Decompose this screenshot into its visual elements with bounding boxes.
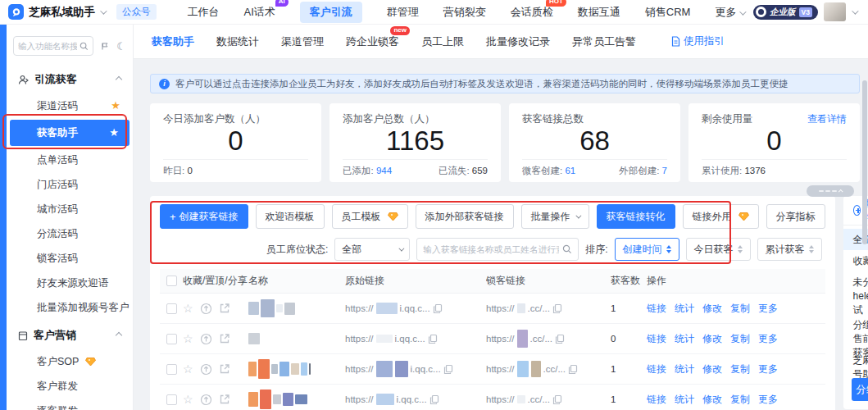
action-more[interactable]: 更多 xyxy=(758,393,778,407)
pin-top-icon[interactable] xyxy=(200,303,212,315)
sidebar-item-acquisition-assistant[interactable]: 获客助手 ★ xyxy=(10,120,130,146)
copy-icon[interactable] xyxy=(568,364,578,375)
share-external-icon[interactable] xyxy=(219,394,230,405)
sidebar-item-channel-qrcode[interactable]: 渠道活码 ★ xyxy=(7,93,133,118)
tab-data-statistics[interactable]: 数据统计 xyxy=(216,34,259,49)
pin-top-icon[interactable] xyxy=(200,333,212,345)
copy-icon[interactable] xyxy=(428,334,438,344)
action-statistics[interactable]: 统计 xyxy=(675,362,694,376)
add-external-link-button[interactable]: 添加外部获客链接 xyxy=(416,204,514,229)
row-checkbox[interactable] xyxy=(166,394,177,405)
favorite-star-icon[interactable]: ☆ xyxy=(183,333,193,344)
sidebar-item-customer-sop[interactable]: 客户SOP xyxy=(7,349,133,374)
sidebar-item-store-qrcode[interactable]: 门店活码 xyxy=(7,172,133,197)
favorite-star-icon[interactable]: ☆ xyxy=(183,394,193,405)
tab-staff-limit[interactable]: 员工上限 xyxy=(421,34,464,49)
action-copy[interactable]: 复制 xyxy=(730,362,750,376)
share-metrics-button[interactable]: 分享指标 xyxy=(766,204,825,229)
favorite-star-icon[interactable]: ★ xyxy=(109,120,119,146)
sidebar-item-batch-add-video-customers[interactable]: 批量添加视频号客户 xyxy=(7,295,133,320)
group-manage-button[interactable]: 分组管理 xyxy=(852,378,868,401)
sidebar-item-friend-source-welcome[interactable]: 好友来源欢迎语 xyxy=(7,271,133,295)
select-all-checkbox[interactable] xyxy=(166,276,177,286)
nav-item-customer-acquisition[interactable]: 客户引流 xyxy=(300,2,362,23)
copy-icon[interactable] xyxy=(429,394,439,405)
pin-top-icon[interactable] xyxy=(200,363,212,376)
action-more[interactable]: 更多 xyxy=(758,302,778,316)
nav-item-sales-crm[interactable]: 销售CRM xyxy=(645,5,691,20)
share-external-icon[interactable] xyxy=(219,333,230,344)
action-link[interactable]: 链接 xyxy=(647,362,666,376)
sidebar-item-lock-qrcode[interactable]: 锁客活码 xyxy=(7,246,133,271)
sidebar-item-split-qrcode[interactable]: 分流活码 xyxy=(7,221,133,246)
sort-by-total-acquired[interactable]: 累计获客 xyxy=(757,238,822,261)
favorite-star-icon[interactable]: ☆ xyxy=(183,363,193,375)
sidebar-section-acquisition[interactable]: 引流获客 xyxy=(7,64,133,93)
view-details-link[interactable]: 查看详情 xyxy=(807,112,847,126)
action-copy[interactable]: 复制 xyxy=(730,302,750,316)
action-statistics[interactable]: 统计 xyxy=(675,302,694,316)
nav-item-more[interactable]: 更多 xyxy=(715,5,744,20)
sort-by-create-time[interactable]: 创建时间 xyxy=(615,238,679,261)
row-checkbox[interactable] xyxy=(166,364,177,375)
copy-icon[interactable] xyxy=(555,334,565,344)
favorite-star-icon[interactable]: ★ xyxy=(111,93,120,118)
nav-item-marketing-fission[interactable]: 营销裂变 xyxy=(443,5,486,20)
share-external-icon[interactable] xyxy=(219,303,230,314)
welcome-template-button[interactable]: 欢迎语模板 xyxy=(256,204,325,229)
dark-mode-moon-icon[interactable]: ☾ xyxy=(116,41,126,52)
action-statistics[interactable]: 统计 xyxy=(675,393,694,407)
staff-template-button[interactable]: 员工模板 xyxy=(332,204,408,229)
action-statistics[interactable]: 统计 xyxy=(675,332,694,346)
nav-item-ai-script[interactable]: AI话术AI xyxy=(244,5,275,20)
action-link[interactable]: 链接 xyxy=(647,332,666,346)
sidebar-search-input[interactable] xyxy=(18,41,77,51)
group-item-favorites[interactable]: 收藏2 xyxy=(843,250,868,271)
nav-item-workbench[interactable]: 工作台 xyxy=(188,5,220,20)
action-more[interactable]: 更多 xyxy=(758,332,778,346)
sidebar-item-order-qrcode[interactable]: 点单活码 xyxy=(7,148,133,172)
action-link[interactable]: 链接 xyxy=(647,302,666,316)
chevron-down-icon[interactable] xyxy=(100,7,107,14)
chevron-up-icon[interactable] xyxy=(116,76,122,83)
account-type-link[interactable]: 公众号 xyxy=(116,4,157,20)
sidebar-item-city-qrcode[interactable]: 城市活码 xyxy=(7,197,133,221)
page-scrollbar[interactable] xyxy=(862,80,867,244)
action-modify[interactable]: 修改 xyxy=(702,362,722,376)
action-link[interactable]: 链接 xyxy=(647,393,666,407)
link-search-box[interactable] xyxy=(416,238,579,261)
create-link-button[interactable]: + 创建获客链接 xyxy=(160,204,248,229)
tab-cross-company-lock[interactable]: 跨企业锁客new xyxy=(346,34,399,49)
user-avatar[interactable] xyxy=(824,2,846,21)
brand[interactable]: 芝麻私域助手 公众号 xyxy=(0,4,165,20)
favorite-star-icon[interactable]: ☆ xyxy=(183,303,193,314)
chevron-down-icon[interactable] xyxy=(852,7,858,14)
action-modify[interactable]: 修改 xyxy=(702,393,722,407)
action-modify[interactable]: 修改 xyxy=(702,332,722,346)
action-copy[interactable]: 复制 xyxy=(730,332,750,346)
usage-guide-link[interactable]: 使用指引 xyxy=(671,34,725,48)
link-external-use-button[interactable]: 链接外用 xyxy=(683,204,759,229)
sidebar-item-customer-mass-send[interactable]: 客户群发 xyxy=(7,374,133,399)
tab-abnormal-staff-alert[interactable]: 异常员工告警 xyxy=(572,34,636,49)
nav-item-chat-inspection[interactable]: 会话质检HOT xyxy=(511,5,553,20)
action-more[interactable]: 更多 xyxy=(758,362,778,376)
collapse-pill[interactable] xyxy=(807,185,854,197)
sidebar-item-chase-mass-send[interactable]: 逐客群发 xyxy=(7,399,133,410)
sidebar-section-marketing[interactable]: 客户营销 xyxy=(7,320,133,349)
seat-status-select[interactable]: 全部 xyxy=(334,238,410,261)
chevron-up-icon[interactable] xyxy=(116,332,122,339)
group-item-helen-test[interactable]: helen测试2 xyxy=(843,293,868,314)
copy-icon[interactable] xyxy=(552,303,562,314)
tab-batch-modify-records[interactable]: 批量修改记录 xyxy=(486,34,550,49)
copy-icon[interactable] xyxy=(433,303,443,314)
nav-item-data-exchange[interactable]: 数据互通 xyxy=(578,5,620,20)
tab-channel-management[interactable]: 渠道管理 xyxy=(281,34,324,49)
link-search-input[interactable] xyxy=(423,244,559,254)
batch-operations-button[interactable]: 批量操作 xyxy=(521,204,589,229)
nav-item-group-management[interactable]: 群管理 xyxy=(387,5,419,20)
action-copy[interactable]: 复制 xyxy=(730,393,750,407)
action-modify[interactable]: 修改 xyxy=(702,302,722,316)
sidebar-search-box[interactable] xyxy=(13,36,93,56)
share-external-icon[interactable] xyxy=(219,363,230,375)
